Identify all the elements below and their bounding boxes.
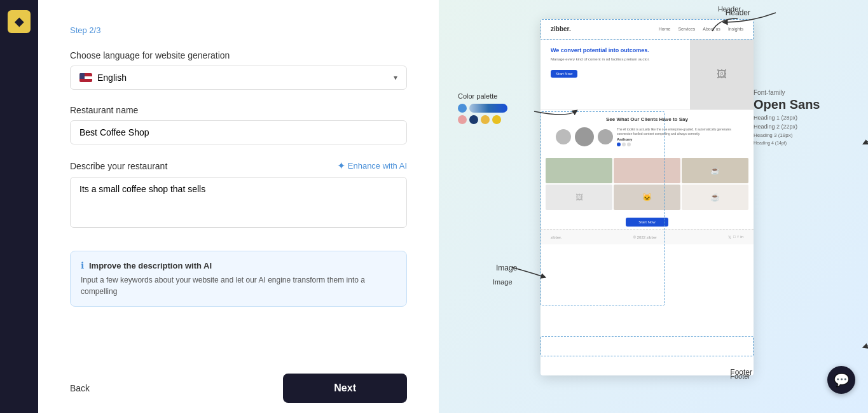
header-label: Header — [718, 5, 741, 13]
restaurant-name-input[interactable] — [70, 120, 407, 144]
mockup-image-4: 🖼 — [546, 185, 612, 210]
form-panel: Step 2/3 Choose language for website gen… — [38, 0, 439, 413]
describe-header: Describe your restaurant ✦ Enhance with … — [70, 160, 407, 172]
color-swatch-2 — [458, 115, 467, 124]
font-family-name: Open Sans — [754, 97, 855, 112]
mockup-author: Anthony — [617, 137, 738, 141]
info-title: Improve the description with AI — [89, 261, 212, 270]
linkedin-icon: in — [740, 235, 743, 239]
mockup-image-1 — [546, 158, 612, 183]
color-palette-section: Color palette — [458, 92, 507, 127]
mockup-hero-image: 🖼 — [690, 39, 754, 109]
describe-textarea[interactable]: Its a small coffee shop that sells — [70, 177, 407, 228]
facebook-icon: f — [738, 235, 739, 239]
color-swatch-3 — [469, 115, 478, 124]
mockup-avatar-2 — [575, 127, 594, 146]
mockup-brand: zibber. — [551, 25, 571, 32]
website-mockup: zibber. Home Services About us Insights … — [541, 19, 754, 375]
image-label: Image — [493, 278, 513, 286]
mockup-image-5: 🐱 — [614, 185, 680, 210]
mockup-testimonial-text: The AI toolkit is actually like the one … — [617, 127, 738, 136]
color-swatch-1 — [458, 104, 467, 113]
enhance-ai-label: Enhance with AI — [348, 161, 407, 171]
dot-2 — [622, 143, 626, 146]
info-box: ℹ Improve the description with AI Input … — [70, 251, 407, 307]
color-bar-1 — [469, 104, 507, 113]
mockup-nav-services: Services — [678, 27, 695, 31]
mockup-hero-sub: Manage every kind of content in od facil… — [551, 57, 680, 61]
us-flag-icon — [79, 73, 92, 82]
footer-label: Footer — [730, 372, 750, 380]
mockup-nav-home: Home — [659, 27, 671, 31]
mockup-hero: We convert potential into outcomes. Mana… — [541, 39, 754, 109]
heading1-label: Heading 1 (28px) — [754, 115, 855, 121]
mockup-section-title: See What Our Clients Have to Say — [551, 116, 743, 122]
mockup-image-2 — [614, 158, 680, 183]
bottom-bar: Back Next — [38, 363, 439, 413]
mockup-image-3: ☕ — [682, 158, 748, 183]
heading4-label: Heading 4 (14pt) — [754, 141, 855, 145]
mockup-testimonial: The AI toolkit is actually like the one … — [551, 127, 743, 146]
header-arrow — [706, 15, 744, 34]
describe-label: Describe your restaurant — [70, 161, 167, 171]
mockup-avatar-1 — [556, 129, 571, 144]
color-swatch-5 — [492, 115, 501, 124]
app-logo[interactable]: ◆ — [8, 10, 31, 33]
restaurant-name-label: Restaurant name — [70, 105, 407, 115]
mockup-footer-copy: © 2022 zibber — [633, 235, 657, 239]
back-button[interactable]: Back — [70, 383, 90, 393]
chevron-down-icon: ▾ — [394, 73, 397, 82]
mockup-hero-text: We convert potential into outcomes. Mana… — [541, 39, 690, 109]
twitter-icon: 𝕏 — [728, 235, 731, 239]
mockup-testimonial-content: The AI toolkit is actually like the one … — [617, 127, 738, 146]
dot-1 — [617, 143, 621, 146]
image-annotation: Image — [496, 262, 517, 273]
color-row-2 — [458, 115, 507, 124]
language-value: English — [97, 73, 127, 83]
mockup-avatar-3 — [598, 129, 613, 144]
font-family-section: Font-family Open Sans Heading 1 (28px) H… — [754, 89, 855, 145]
color-swatch-4 — [481, 115, 490, 124]
font-family-label: Font-family — [754, 89, 855, 96]
mockup-testimonial-section: See What Our Clients Have to Say The AI … — [541, 109, 754, 153]
color-row-1 — [458, 104, 507, 113]
preview-panel: Color palette Font-family Open Sans Head… — [439, 0, 868, 413]
info-icon: ℹ — [81, 260, 84, 270]
info-text: Input a few keywords about your website … — [81, 274, 396, 297]
mockup-start-btn: Start Now — [626, 218, 668, 227]
step-label: Step 2/3 — [70, 25, 407, 35]
mockup-footer-brand: zibber. — [551, 235, 562, 239]
footer-overlay — [541, 336, 754, 356]
mockup-hero-btn: Start Now — [551, 70, 577, 78]
dot-3 — [627, 143, 631, 146]
sparkle-icon: ✦ — [337, 160, 345, 172]
heading2-label: Heading 2 (22px) — [754, 123, 855, 130]
main-content: Step 2/3 Choose language for website gen… — [38, 0, 868, 413]
info-box-header: ℹ Improve the description with AI — [81, 260, 396, 270]
mockup-dots — [617, 143, 738, 146]
instagram-icon: □ — [733, 235, 736, 239]
describe-group: Describe your restaurant ✦ Enhance with … — [70, 160, 407, 230]
restaurant-name-group: Restaurant name — [70, 105, 407, 144]
color-palette-label: Color palette — [458, 92, 507, 100]
mockup-hero-title: We convert potential into outcomes. — [551, 47, 680, 55]
enhance-ai-button[interactable]: ✦ Enhance with AI — [337, 160, 407, 172]
chat-button[interactable]: 💬 — [827, 366, 855, 394]
sidebar: ◆ — [0, 0, 38, 413]
language-label: Choose language for website generation — [70, 50, 407, 60]
mockup-social-icons: 𝕏 □ f in — [728, 235, 743, 239]
heading3-label: Heading 3 (18px) — [754, 132, 855, 138]
mockup-start-btn-row: Start Now — [541, 215, 754, 229]
mockup-image-6: ☕ — [682, 185, 748, 210]
next-button[interactable]: Next — [283, 374, 407, 403]
language-group: Choose language for website generation E… — [70, 50, 407, 90]
mockup-footer: zibber. © 2022 zibber 𝕏 □ f in — [541, 229, 754, 244]
language-select[interactable]: English ▾ — [70, 66, 407, 90]
mockup-images-grid: ☕ 🖼 🐱 ☕ — [541, 153, 754, 215]
